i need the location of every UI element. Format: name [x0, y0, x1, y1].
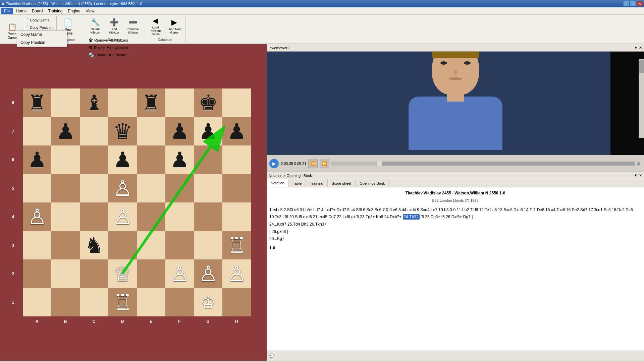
remove-kibitzer-button[interactable]: ➖ Remove Kibitzer	[124, 16, 142, 36]
maximize-button[interactable]: □	[630, 1, 636, 6]
volume-icon[interactable]: 🔊	[637, 161, 641, 166]
default-kibitzer-button[interactable]: 🔧 Default Kibitzer	[87, 16, 104, 36]
f2[interactable]: ♙	[165, 259, 194, 288]
b2[interactable]	[51, 259, 80, 288]
d8[interactable]	[108, 88, 137, 117]
a1[interactable]	[23, 288, 51, 316]
h5[interactable]	[222, 174, 251, 202]
notation-dropdown-icon[interactable]: ▼	[634, 173, 638, 178]
video-scrollbar-thumb[interactable]	[639, 60, 644, 73]
b4[interactable]	[51, 202, 80, 231]
b5[interactable]	[51, 174, 80, 202]
c5[interactable]	[80, 174, 108, 202]
f6[interactable]: ♟	[165, 145, 194, 174]
f1[interactable]	[165, 288, 194, 316]
a5[interactable]	[23, 174, 51, 202]
notation-close-icon[interactable]: ✕	[639, 173, 642, 178]
c4[interactable]	[80, 202, 108, 231]
d4[interactable]: ♙	[108, 202, 137, 231]
a3[interactable]	[23, 231, 51, 259]
h1[interactable]	[222, 288, 251, 316]
a6[interactable]: ♟	[23, 145, 51, 174]
b3[interactable]	[51, 231, 80, 259]
ctx-copy-position[interactable]: Copy Position	[17, 39, 67, 47]
c3[interactable]: ♞	[80, 231, 108, 259]
rewind-button[interactable]: ⏪	[308, 159, 318, 168]
a8[interactable]: ♜	[23, 88, 51, 117]
c1[interactable]	[80, 288, 108, 316]
b6[interactable]	[51, 145, 80, 174]
e7[interactable]	[137, 117, 165, 145]
play-button[interactable]: ▶	[269, 159, 279, 168]
tab-training[interactable]: Training	[306, 179, 327, 187]
d3[interactable]	[108, 231, 137, 259]
g3[interactable]	[194, 231, 222, 259]
b8[interactable]	[51, 88, 80, 117]
f7[interactable]: ♟	[165, 117, 194, 145]
add-kibitzer-button[interactable]: ➕ Add Kibitzer	[106, 16, 123, 36]
fast-forward-button[interactable]: ⏩	[320, 159, 329, 168]
c2[interactable]	[80, 259, 108, 288]
copy-position-button[interactable]: 📄 Copy Position	[21, 24, 54, 31]
e5[interactable]	[137, 174, 165, 202]
a7[interactable]	[23, 117, 51, 145]
menu-view[interactable]: View	[83, 8, 97, 14]
e6[interactable]	[137, 145, 165, 174]
e1[interactable]	[137, 288, 165, 316]
e8[interactable]: ♜	[137, 88, 165, 117]
c6[interactable]	[80, 145, 108, 174]
c7[interactable]	[80, 117, 108, 145]
a4[interactable]: ♙	[23, 202, 51, 231]
h3[interactable]: ♖	[222, 231, 251, 259]
ctx-copy-game[interactable]: Copy Game	[17, 31, 67, 39]
h2[interactable]: ♙	[222, 259, 251, 288]
a2[interactable]	[23, 259, 51, 288]
h8[interactable]	[222, 88, 251, 117]
f4[interactable]	[165, 202, 194, 231]
e3[interactable]	[137, 231, 165, 259]
f8[interactable]	[165, 88, 194, 117]
g1[interactable]: ♔	[194, 288, 222, 316]
menu-training[interactable]: Training	[45, 8, 65, 14]
close-button[interactable]: ✕	[637, 1, 643, 6]
f5[interactable]	[165, 174, 194, 202]
tab-notation[interactable]: Notation	[267, 179, 289, 187]
minimize-button[interactable]: ─	[623, 1, 629, 6]
menu-board[interactable]: Board	[29, 8, 45, 14]
d5[interactable]: ♙	[108, 174, 137, 202]
e2[interactable]	[137, 259, 165, 288]
menu-engine[interactable]: Engine	[65, 8, 83, 14]
d2[interactable]: ♕	[108, 259, 137, 288]
progress-bar[interactable]	[331, 162, 635, 166]
g2[interactable]: ♙	[194, 259, 222, 288]
c8[interactable]: ♝	[80, 88, 108, 117]
g5[interactable]	[194, 174, 222, 202]
h7[interactable]: ♟	[222, 117, 251, 145]
video-dropdown-icon[interactable]: ▼	[634, 46, 638, 50]
engine-management-button[interactable]: ⚙ Engine Management	[87, 44, 130, 51]
tab-score-sheet[interactable]: Score sheet	[328, 179, 356, 187]
menu-file[interactable]: File	[1, 8, 13, 14]
load-prev-game-button[interactable]: ◀ Load Previous Game	[147, 16, 164, 36]
create-uci-engine-button[interactable]: 🔩 Create UCI Engine	[87, 52, 130, 58]
progress-handle[interactable]	[377, 161, 382, 166]
video-close-icon[interactable]: ✕	[639, 46, 642, 50]
b7[interactable]: ♟	[51, 117, 80, 145]
g6[interactable]	[194, 145, 222, 174]
f3[interactable]	[165, 231, 194, 259]
d6[interactable]: ♟	[108, 145, 137, 174]
d1[interactable]: ♖	[108, 288, 137, 316]
menu-home[interactable]: Home	[13, 8, 29, 14]
video-scrollbar[interactable]	[639, 59, 644, 138]
d7[interactable]: ♛	[108, 117, 137, 145]
g4[interactable]	[194, 202, 222, 231]
b1[interactable]	[51, 288, 80, 316]
g8[interactable]: ♚	[194, 88, 222, 117]
copy-game-button[interactable]: 📄 Copy Game	[21, 17, 54, 23]
load-next-game-button[interactable]: ▶ Load Next Game	[166, 16, 183, 36]
g7[interactable]: ♟	[194, 117, 222, 145]
highlight-move[interactable]: 24.Th3?	[403, 214, 420, 220]
h6[interactable]	[222, 145, 251, 174]
tab-table[interactable]: Table	[289, 179, 306, 187]
e4[interactable]	[137, 202, 165, 231]
